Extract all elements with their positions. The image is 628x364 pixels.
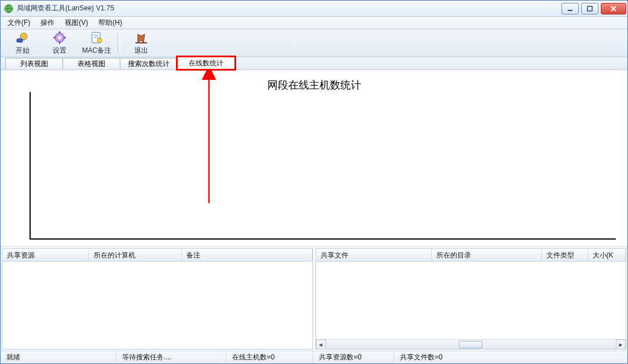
svg-point-16	[97, 38, 102, 43]
start-label: 开始	[16, 46, 30, 56]
title-bar: 局域网查看工具(LanSee) V1.75	[1, 1, 627, 17]
status-online-hosts: 在线主机数=0	[226, 351, 313, 363]
gear-icon	[53, 31, 67, 45]
shared-resources-pane: 共享资源 所在的计算机 备注	[2, 248, 313, 350]
toolbar-separator	[117, 33, 120, 53]
window-title: 局域网查看工具(LanSee) V1.75	[17, 3, 114, 13]
exit-label: 退出	[134, 46, 148, 56]
scroll-right-button[interactable]: ►	[616, 340, 626, 350]
tab-search-count-stats[interactable]: 搜索次数统计	[120, 58, 178, 69]
svg-rect-6	[17, 39, 23, 42]
globe-icon	[4, 4, 13, 13]
col-file-type[interactable]: 文件类型	[542, 249, 588, 261]
menu-file[interactable]: 文件(F)	[3, 17, 35, 29]
bottom-panes: 共享资源 所在的计算机 备注 共享文件 所在的目录 文件类型 大小(K ◄	[1, 247, 627, 351]
status-bar: 就绪 等待搜索任务.... 在线主机数=0 共享资源数=0 共享文件数=0	[1, 351, 627, 363]
status-waiting: 等待搜索任务....	[116, 351, 226, 363]
app-window: 局域网查看工具(LanSee) V1.75 文件(F) 操作 视图(V) 帮助(…	[0, 0, 628, 364]
left-column-headers: 共享资源 所在的计算机 备注	[2, 249, 313, 262]
col-remark[interactable]: 备注	[182, 249, 313, 261]
close-button[interactable]	[601, 3, 626, 14]
content-area: 网段在线主机数统计 共享资源 所在的计算机	[1, 70, 627, 351]
maximize-icon	[587, 6, 593, 12]
svg-rect-17	[135, 42, 147, 43]
shared-files-pane: 共享文件 所在的目录 文件类型 大小(K ◄ ►	[315, 248, 627, 350]
right-pane-body[interactable]	[316, 262, 626, 339]
status-ready: 就绪	[1, 351, 116, 363]
window-controls	[561, 3, 626, 14]
col-size[interactable]: 大小(K	[588, 249, 626, 261]
tab-online-count-stats[interactable]: 在线数统计	[177, 57, 235, 69]
menu-bar: 文件(F) 操作 视图(V) 帮助(H)	[1, 17, 627, 30]
left-pane-body[interactable]	[2, 262, 313, 349]
status-shared-resources: 共享资源数=0	[313, 351, 394, 363]
minimize-icon	[567, 6, 573, 12]
svg-rect-2	[587, 6, 592, 11]
chart-x-axis	[30, 238, 616, 240]
menu-operate[interactable]: 操作	[36, 17, 59, 29]
close-icon	[610, 6, 617, 12]
settings-button[interactable]: 设置	[41, 31, 78, 56]
col-host-computer[interactable]: 所在的计算机	[89, 249, 182, 261]
exit-icon	[134, 31, 148, 45]
mac-remark-label: MAC备注	[82, 46, 112, 56]
col-shared-resource[interactable]: 共享资源	[2, 249, 89, 261]
chart-pane: 网段在线主机数统计	[1, 70, 627, 247]
horizontal-scrollbar[interactable]: ◄ ►	[316, 339, 626, 349]
svg-point-8	[58, 36, 61, 39]
tab-table-view[interactable]: 表格视图	[63, 58, 120, 69]
minimize-button[interactable]	[561, 3, 579, 14]
mac-remark-button[interactable]: MAC备注	[78, 31, 115, 56]
start-button[interactable]: 开始	[4, 31, 41, 56]
menu-view[interactable]: 视图(V)	[60, 17, 93, 29]
chart-title: 网段在线主机数统计	[267, 78, 361, 92]
view-tabs: 列表视图 表格视图 搜索次数统计 在线数统计	[1, 57, 627, 70]
menu-help[interactable]: 帮助(H)	[94, 17, 127, 29]
settings-label: 设置	[53, 46, 67, 56]
scroll-thumb[interactable]	[459, 341, 482, 348]
toolbar: 开始 设置 MAC备注 退出	[1, 30, 627, 57]
maximize-button[interactable]	[581, 3, 598, 14]
note-icon	[90, 31, 104, 45]
exit-button[interactable]: 退出	[123, 31, 160, 56]
tab-list-view[interactable]: 列表视图	[5, 58, 63, 69]
col-shared-file[interactable]: 共享文件	[316, 249, 432, 261]
right-column-headers: 共享文件 所在的目录 文件类型 大小(K	[316, 249, 626, 262]
start-icon	[16, 31, 30, 45]
status-shared-files: 共享文件数=0	[394, 351, 627, 363]
chart-axes	[30, 92, 616, 240]
chart-y-axis	[30, 92, 31, 240]
col-directory[interactable]: 所在的目录	[432, 249, 542, 261]
scroll-left-button[interactable]: ◄	[316, 340, 326, 350]
scroll-track[interactable]	[326, 340, 616, 350]
